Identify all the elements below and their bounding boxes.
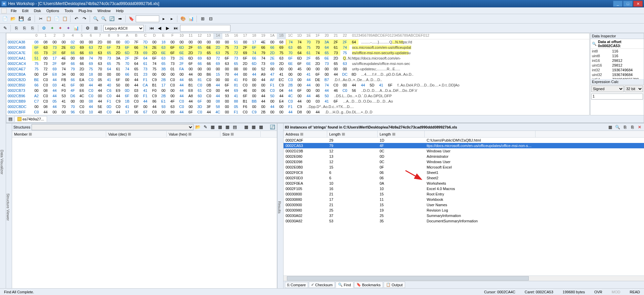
hex-byte[interactable]: 61 (195, 88, 204, 93)
hex-byte[interactable]: 0D (123, 39, 132, 45)
hex-byte[interactable]: 50 (114, 82, 123, 88)
hex-byte[interactable]: 64 (141, 56, 150, 61)
hex-byte[interactable]: 73 (132, 50, 141, 56)
hex-byte[interactable]: AF (268, 77, 277, 82)
hex-ascii[interactable]: .........-......}..........Q...N.https:/… (361, 39, 412, 45)
hex-byte[interactable]: 73 (231, 56, 241, 61)
hex-byte[interactable]: 00 (68, 72, 77, 77)
hex-byte[interactable]: 44 (304, 82, 313, 88)
hex-ascii[interactable]: urity-updatesu;..........R...E..... (352, 66, 400, 72)
hex-byte[interactable]: 88 (231, 99, 241, 104)
hex-byte[interactable]: 50 (322, 93, 331, 99)
menu-edit[interactable]: Edit (19, 8, 31, 13)
color-map-button[interactable]: 🎨 (179, 15, 187, 23)
hex-byte[interactable]: 6E (322, 56, 331, 61)
hex-byte[interactable]: 2F (186, 45, 195, 50)
results-tab-find[interactable]: 🔍Find (336, 282, 353, 288)
hex-byte[interactable]: 4F (68, 88, 77, 93)
hex-byte[interactable]: 64 (322, 45, 331, 50)
hex-byte[interactable]: 00 (277, 109, 286, 115)
hex-byte[interactable]: 00 (114, 39, 123, 45)
hex-byte[interactable]: 69 (231, 88, 241, 93)
hex-byte[interactable]: 74 (286, 39, 295, 45)
address-input[interactable] (136, 15, 159, 22)
hex-byte[interactable]: C0 (41, 99, 50, 104)
hex-byte[interactable]: B6 (204, 72, 213, 77)
hex-byte[interactable]: 44 (50, 77, 59, 82)
hex-byte[interactable]: F0 (150, 88, 159, 93)
hex-byte[interactable]: 81 (195, 77, 204, 82)
hex-byte[interactable]: C9 (150, 93, 159, 99)
hex-row[interactable]: 0002CBFFC044000096C01048C044170667C00089… (6, 109, 589, 115)
hex-byte[interactable]: E9 (114, 88, 123, 93)
hex-byte[interactable]: 44 (358, 82, 368, 88)
hex-byte[interactable]: 00 (222, 109, 231, 115)
results-row[interactable]: 000308801711Workbook (284, 197, 644, 202)
hex-byte[interactable]: 00 (340, 82, 349, 88)
hex-byte[interactable]: 56 (349, 88, 358, 93)
hex-byte[interactable]: 45 (295, 66, 304, 72)
hex-byte[interactable]: 3D (195, 104, 204, 109)
hex-byte[interactable]: 6E (177, 50, 186, 56)
hex-byte[interactable]: 2D (213, 45, 222, 50)
hex-byte[interactable]: 00 (186, 39, 195, 45)
hex-byte[interactable]: 2E (59, 45, 68, 50)
hex-byte[interactable]: 73 (50, 45, 59, 50)
hex-byte[interactable]: 75 (340, 50, 349, 56)
hex-byte[interactable]: 44 (304, 93, 313, 99)
hex-byte[interactable]: 74 (150, 61, 159, 66)
hex-byte[interactable]: 00 (331, 66, 340, 72)
cut-button[interactable]: ✂ (37, 15, 44, 23)
hex-byte[interactable]: 66 (250, 56, 259, 61)
hex-byte[interactable]: 4E (59, 56, 68, 61)
hex-byte[interactable]: 89 (168, 109, 177, 115)
op5-button[interactable]: ✦ (48, 25, 56, 32)
data-visualizer-tab[interactable]: Data Visualizer (0, 33, 6, 288)
hex-byte[interactable]: 2F (304, 56, 313, 61)
hex-ascii[interactable]: us/officeupdates/office-msi-non-sec (352, 61, 410, 66)
hex-byte[interactable]: B1 (150, 82, 159, 88)
hex-byte[interactable]: 47 (268, 72, 277, 77)
hex-byte[interactable]: 63 (222, 61, 231, 66)
hex-byte[interactable]: 66 (195, 61, 204, 66)
hex-byte[interactable]: F1 (104, 99, 114, 104)
hex-byte[interactable]: 00 (104, 39, 114, 45)
results-row[interactable]: 00030A023725SummaryInformation (284, 213, 644, 218)
struct-col-header[interactable]: Size ▦ (220, 131, 261, 137)
hex-byte[interactable]: 44 (349, 82, 358, 88)
hex-byte[interactable]: 6F (168, 50, 177, 56)
hex-byte[interactable]: 72 (231, 50, 241, 56)
hex-byte[interactable]: 4C (286, 93, 295, 99)
hex-byte[interactable]: 96 (68, 109, 77, 115)
goto-button[interactable]: ➡ (116, 15, 124, 23)
hex-byte[interactable]: 6F (168, 45, 177, 50)
hex-row[interactable]: 0002CB2DBEC044FB66EAC005416F0044F1C92BC0… (6, 77, 589, 82)
hex-byte[interactable]: C9 (150, 77, 159, 82)
hex-byte[interactable]: 66 (132, 45, 141, 50)
hex-byte[interactable]: 2F (241, 45, 250, 50)
hex-ascii[interactable]: ..DS.L...Do...+.D.`.D.Ao.DPDL.DFP (334, 93, 392, 99)
hex-byte[interactable]: 75 (222, 50, 231, 56)
hex-byte[interactable]: 08 (213, 99, 222, 104)
op8-button[interactable]: 📊 (73, 25, 80, 32)
hex-byte[interactable]: 41 (104, 77, 114, 82)
hex-byte[interactable]: 48 (95, 109, 104, 115)
hex-byte[interactable]: 00 (77, 82, 86, 88)
hex-byte[interactable]: C0 (77, 109, 86, 115)
hex-byte[interactable]: 00 (32, 72, 41, 77)
hex-byte[interactable]: 6F (132, 104, 141, 109)
hex-ascii[interactable]: Q..N.https://docs.microsoft.com/en- (343, 56, 401, 61)
hex-byte[interactable]: 75 (304, 45, 313, 50)
hex-row[interactable]: 0002CAC475732F6F666669636575706461746573… (6, 61, 589, 66)
results-tab-output[interactable]: 📋Output (384, 282, 405, 288)
hex-row[interactable]: 0002CB0A00DFE834000018000000660123000000… (6, 72, 589, 77)
hex-byte[interactable]: 63 (95, 61, 104, 66)
hex-byte[interactable]: A2 (32, 93, 41, 99)
encoding-select[interactable]: Legacy ASCII (103, 25, 144, 32)
hex-byte[interactable]: 3A (322, 39, 331, 45)
hex-byte[interactable]: 63 (277, 56, 286, 61)
hex-byte[interactable]: 00 (340, 66, 349, 72)
hex-byte[interactable]: 6F (123, 45, 132, 50)
struct-b1-icon[interactable]: ▦ (210, 124, 216, 130)
hex-byte[interactable]: 73 (114, 45, 123, 50)
